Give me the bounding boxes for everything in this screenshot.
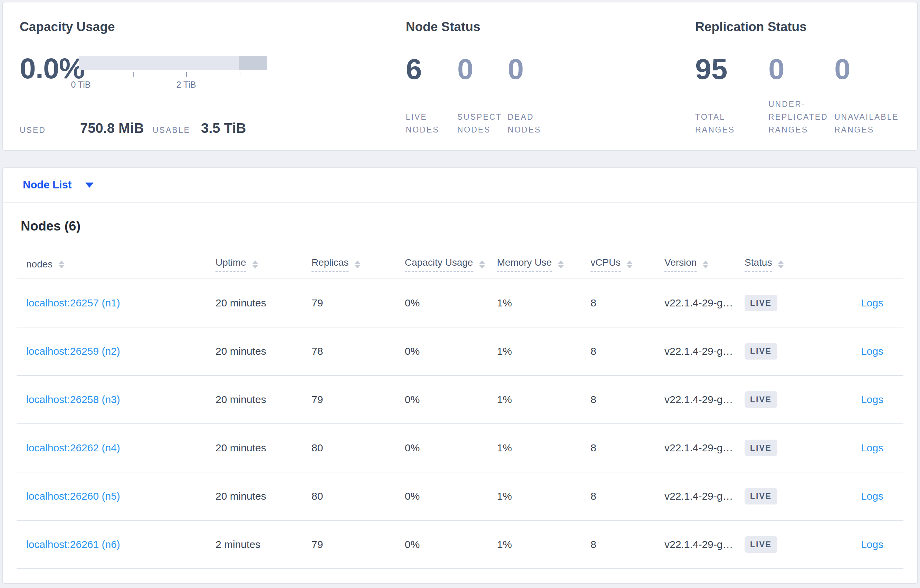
sort-icon [778, 260, 784, 268]
unavailable-ranges-label: UNAVAILABLE RANGES [834, 111, 914, 136]
capacity-bar-track [79, 56, 267, 70]
suspect-nodes-stat: 0 SUSPECT NODES [457, 53, 508, 136]
node-link[interactable]: localhost:26257 (n1) [26, 297, 120, 309]
replicas-cell: 79 [311, 394, 405, 405]
node-list-dropdown[interactable]: Node List [23, 179, 94, 191]
total-ranges-label: TOTAL RANGES [695, 111, 743, 136]
version-cell: v22.1.4-29-g… [664, 346, 745, 357]
uptime-cell: 20 minutes [215, 346, 311, 357]
sort-icon [253, 260, 258, 268]
node-status-title: Node Status [406, 19, 695, 35]
capacity-usage-cell: 0% [405, 539, 497, 550]
sort-icon [627, 260, 632, 268]
dead-nodes-label: DEAD NODES [508, 111, 552, 136]
usable-label: USABLE [153, 126, 201, 135]
vcpus-cell: 8 [591, 490, 664, 502]
uptime-cell: 20 minutes [215, 442, 311, 454]
sort-icon [355, 260, 360, 268]
vcpus-cell: 8 [591, 346, 664, 357]
logs-link[interactable]: Logs [861, 297, 883, 309]
uptime-cell: 20 minutes [215, 394, 311, 405]
capacity-usage-cell: 0% [405, 442, 497, 454]
replicas-cell: 79 [311, 297, 405, 309]
vcpus-cell: 8 [591, 394, 664, 405]
total-ranges-count: 95 [695, 53, 768, 84]
under-replicated-ranges-stat: 0 UNDER-REPLICATED RANGES [768, 53, 834, 136]
live-nodes-count: 6 [406, 53, 457, 84]
replication-status-title: Replication Status [695, 19, 914, 35]
capacity-gauge: 0 TiB 2 TiB [79, 53, 267, 90]
memory-use-cell: 1% [497, 297, 591, 309]
node-list-card: Node List Nodes (6) nodes Uptime Replica… [2, 167, 918, 584]
logs-link[interactable]: Logs [861, 346, 883, 357]
node-status-section: Node Status 6 LIVE NODES 0 SUSPECT NODES… [406, 19, 695, 150]
uptime-cell: 20 minutes [215, 490, 311, 502]
sort-icon [479, 260, 485, 268]
version-cell: v22.1.4-29-g… [664, 539, 745, 550]
node-link[interactable]: localhost:26261 (n6) [26, 539, 120, 550]
dead-nodes-count: 0 [508, 53, 559, 84]
replication-status-section: Replication Status 95 TOTAL RANGES 0 UND… [695, 19, 914, 150]
node-link[interactable]: localhost:26258 (n3) [26, 394, 120, 405]
memory-use-cell: 1% [497, 442, 591, 454]
under-replicated-ranges-label: UNDER-REPLICATED RANGES [768, 98, 834, 136]
column-header-version[interactable]: Version [664, 257, 745, 271]
logs-link[interactable]: Logs [861, 394, 883, 405]
suspect-nodes-count: 0 [457, 53, 508, 84]
uptime-cell: 20 minutes [215, 297, 311, 309]
node-link[interactable]: localhost:26259 (n2) [26, 346, 120, 357]
capacity-usage-section: Capacity Usage 0.0% 0 TiB 2 TiB [20, 19, 406, 150]
status-badge: LIVE [745, 391, 777, 408]
memory-use-cell: 1% [497, 346, 591, 357]
under-replicated-ranges-count: 0 [768, 53, 834, 84]
column-header-replicas[interactable]: Replicas [311, 257, 405, 271]
logs-link[interactable]: Logs [861, 490, 883, 502]
column-header-capacity-usage[interactable]: Capacity Usage [405, 257, 497, 271]
node-link[interactable]: localhost:26260 (n5) [26, 490, 120, 502]
replicas-cell: 80 [311, 490, 405, 502]
version-cell: v22.1.4-29-g… [664, 297, 745, 309]
nodes-heading: Nodes (6) [21, 218, 904, 234]
capacity-usage-cell: 0% [405, 346, 497, 357]
status-badge: LIVE [745, 536, 777, 553]
logs-link[interactable]: Logs [861, 539, 883, 550]
unavailable-ranges-count: 0 [834, 53, 914, 84]
status-badge: LIVE [745, 488, 777, 504]
capacity-usage-cell: 0% [405, 490, 497, 502]
suspect-nodes-label: SUSPECT NODES [457, 111, 504, 136]
capacity-usage-cell: 0% [405, 297, 497, 309]
capacity-axis-label-2: 2 TiB [177, 80, 196, 90]
version-cell: v22.1.4-29-g… [664, 490, 745, 502]
view-selector-bar: Node List [3, 168, 917, 203]
column-header-nodes[interactable]: nodes [26, 259, 215, 270]
uptime-cell: 2 minutes [215, 539, 311, 550]
usable-value: 3.5 TiB [201, 120, 246, 136]
table-row: localhost:26260 (n5) 20 minutes 80 0% 1%… [16, 472, 904, 521]
version-cell: v22.1.4-29-g… [664, 394, 745, 405]
vcpus-cell: 8 [591, 297, 664, 309]
chevron-down-icon [85, 183, 94, 188]
table-row: localhost:26262 (n4) 20 minutes 80 0% 1%… [16, 424, 904, 472]
capacity-percent: 0.0% [20, 53, 79, 90]
dead-nodes-stat: 0 DEAD NODES [508, 53, 559, 136]
unavailable-ranges-stat: 0 UNAVAILABLE RANGES [834, 53, 914, 136]
column-header-vcpus[interactable]: vCPUs [591, 257, 664, 271]
memory-use-cell: 1% [497, 490, 591, 502]
column-header-status[interactable]: Status [745, 257, 831, 271]
status-badge: LIVE [745, 439, 777, 456]
total-ranges-stat: 95 TOTAL RANGES [695, 53, 768, 136]
summary-card: Capacity Usage 0.0% 0 TiB 2 TiB [2, 2, 918, 151]
live-nodes-label: LIVE NODES [406, 111, 447, 136]
column-header-memory-use[interactable]: Memory Use [497, 257, 591, 271]
capacity-usage-title: Capacity Usage [20, 19, 406, 35]
vcpus-cell: 8 [591, 442, 664, 454]
table-header-row: nodes Uptime Replicas Capacity Usage Mem… [16, 250, 904, 279]
vcpus-cell: 8 [591, 539, 664, 550]
sort-icon [558, 260, 564, 268]
table-row: localhost:26261 (n6) 2 minutes 79 0% 1% … [16, 521, 904, 569]
table-row: localhost:26259 (n2) 20 minutes 78 0% 1%… [16, 328, 904, 376]
used-label: USED [20, 126, 80, 135]
node-link[interactable]: localhost:26262 (n4) [26, 442, 120, 454]
column-header-uptime[interactable]: Uptime [215, 257, 311, 271]
logs-link[interactable]: Logs [861, 442, 883, 454]
